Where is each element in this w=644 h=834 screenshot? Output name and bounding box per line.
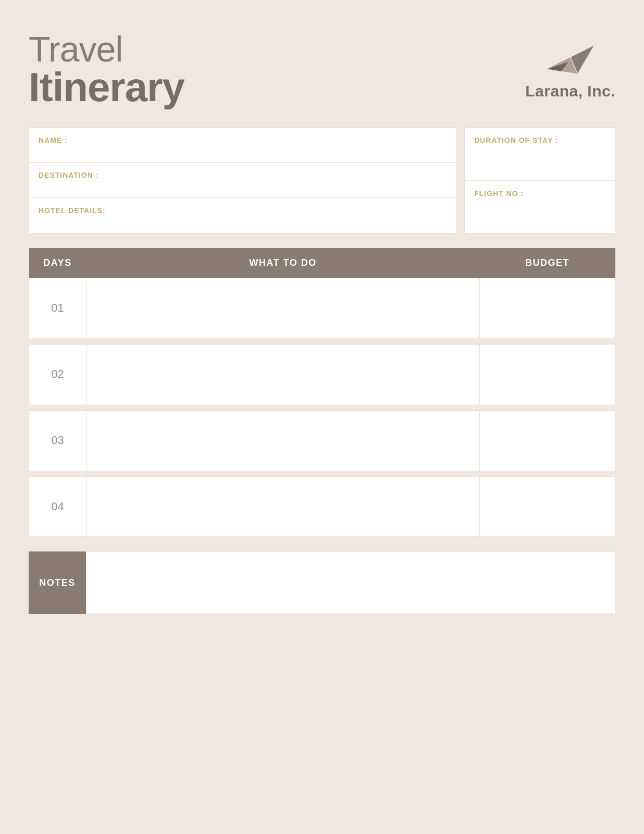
notes-label: NOTES [39, 578, 76, 588]
budget-cell[interactable] [480, 278, 615, 338]
table-row: 02 [29, 345, 615, 404]
destination-label: DESTINATION : [39, 171, 447, 179]
hotel-label: HOTEL DETAILS: [39, 206, 447, 215]
destination-field[interactable]: DESTINATION : [29, 163, 457, 198]
duration-field[interactable]: DURATION OF STAY : [464, 127, 615, 181]
day-number: 01 [51, 301, 64, 314]
day-cell: 03 [29, 411, 86, 471]
budget-cell[interactable] [480, 411, 615, 471]
spacer-row [29, 471, 615, 477]
day-cell: 01 [29, 278, 86, 338]
info-left: NAME : DESTINATION : HOTEL DETAILS: [29, 127, 457, 234]
notes-label-cell: NOTES [29, 551, 86, 614]
page: Travel Itinerary Larana, Inc. NAME : [0, 0, 644, 834]
day-number: 04 [51, 500, 64, 513]
day-cell: 04 [29, 477, 86, 537]
col-what-header: WHAT TO DO [86, 248, 480, 278]
budget-cell[interactable] [480, 477, 615, 537]
what-cell[interactable] [86, 411, 480, 471]
flight-label: FLIGHT NO : [474, 189, 605, 198]
duration-label: DURATION OF STAY : [474, 136, 605, 144]
spacer-row [29, 338, 615, 345]
name-label: NAME : [39, 136, 447, 144]
budget-cell[interactable] [480, 345, 615, 404]
header: Travel Itinerary Larana, Inc. [29, 31, 615, 107]
notes-content[interactable] [86, 551, 615, 614]
title-travel: Travel [29, 31, 184, 67]
day-number: 03 [51, 434, 64, 447]
schedule-table: DAYS WHAT TO DO BUDGET 01 02 [29, 248, 615, 537]
day-number: 02 [51, 367, 64, 381]
title-block: Travel Itinerary [29, 31, 184, 107]
what-cell[interactable] [86, 477, 480, 537]
info-right: DURATION OF STAY : FLIGHT NO : [464, 127, 615, 234]
what-cell[interactable] [86, 278, 480, 338]
table-row: 01 [29, 278, 615, 338]
day-cell: 02 [29, 345, 86, 404]
paper-plane-icon [542, 36, 599, 78]
info-section: NAME : DESTINATION : HOTEL DETAILS: DURA… [29, 127, 615, 234]
table-row: 04 [29, 477, 615, 537]
table-row: 03 [29, 411, 615, 471]
col-budget-header: BUDGET [480, 248, 615, 278]
spacer-row [29, 404, 615, 411]
company-name: Larana, Inc. [525, 82, 615, 100]
notes-section: NOTES [29, 551, 615, 614]
col-days-header: DAYS [29, 248, 86, 278]
title-itinerary: Itinerary [29, 67, 184, 107]
hotel-field[interactable]: HOTEL DETAILS: [29, 198, 457, 234]
table-header-row: DAYS WHAT TO DO BUDGET [29, 248, 615, 278]
name-field[interactable]: NAME : [29, 127, 457, 163]
logo-block: Larana, Inc. [525, 31, 615, 100]
what-cell[interactable] [86, 345, 480, 404]
flight-field[interactable]: FLIGHT NO : [464, 181, 615, 234]
